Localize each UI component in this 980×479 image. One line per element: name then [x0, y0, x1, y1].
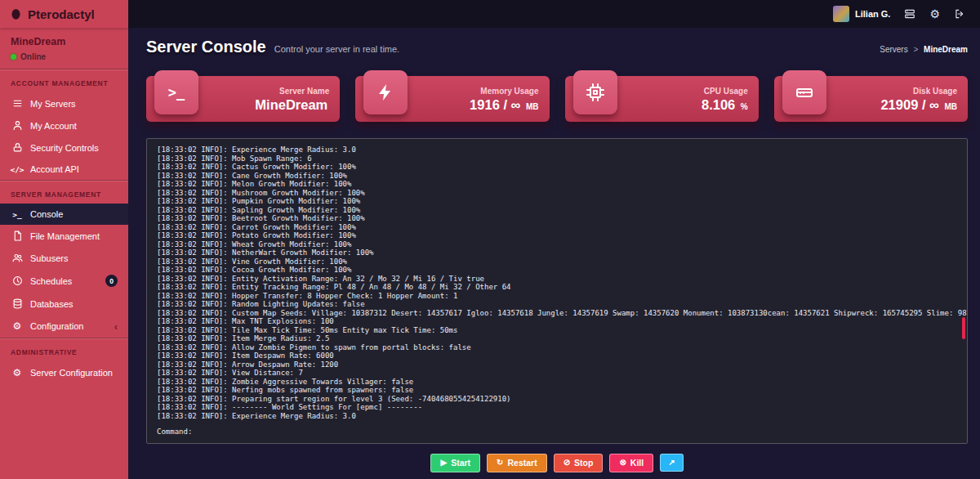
- gear-icon: ⚙: [11, 367, 24, 378]
- start-button[interactable]: ▶ Start: [430, 454, 480, 472]
- console-line: [18:33:02 INFO]: Max TNT Explosions: 100: [157, 317, 957, 326]
- console-line: [18:33:02 INFO]: Carrot Growth Modifier:…: [157, 223, 957, 232]
- sidebar-item-account-api[interactable]: </> Account API: [0, 159, 128, 180]
- sidebar-item-server-configuration[interactable]: ⚙ Server Configuration: [0, 361, 128, 384]
- console-line: [18:33:02 INFO]: Item Merge Radius: 2.5: [157, 334, 957, 343]
- file-icon: [11, 231, 24, 241]
- power-actions: ▶ Start ↻ Restart ⊘ Stop ⊗ Kill ↗: [146, 454, 968, 472]
- console-line: [18:33:02 INFO]: Preparing start region …: [157, 395, 957, 404]
- console-line: [18:33:02 INFO]: Mob Spawn Range: 6: [157, 154, 957, 163]
- page-content: Server Console Control your server in re…: [128, 28, 980, 479]
- server-info: MineDream Online: [0, 28, 128, 69]
- server-status: Online: [11, 52, 118, 61]
- section-title-administrative: ADMINISTRATIVE: [0, 338, 128, 361]
- bolt-icon: [363, 70, 408, 114]
- stat-card-cpu: CPU Usage 8.106 %: [565, 76, 759, 122]
- stat-label: CPU Usage: [617, 87, 748, 96]
- server-list-icon[interactable]: [904, 8, 915, 20]
- kill-icon: ⊗: [619, 458, 626, 468]
- console-line: [18:33:02 INFO]: Allow Zombie Pigmen to …: [157, 343, 957, 352]
- terminal-icon: >_: [154, 70, 198, 114]
- sidebar-item-file-management[interactable]: File Management: [0, 225, 128, 247]
- sidebar-item-my-servers[interactable]: My Servers: [0, 92, 128, 114]
- console-line: [18:33:02 INFO]: NetherWart Growth Modif…: [157, 248, 957, 257]
- brand[interactable]: Pterodactyl: [0, 0, 128, 28]
- online-status-icon: [11, 54, 16, 60]
- breadcrumb-current: MineDream: [924, 45, 968, 54]
- sidebar-item-label: Account API: [30, 164, 79, 174]
- console-line: [18:33:02 INFO]: Beetroot Growth Modifie…: [157, 214, 957, 223]
- sidebar-item-label: Schedules: [30, 276, 72, 286]
- section-title-account-management: ACCOUNT MANAGEMENT: [0, 69, 128, 92]
- gears-icon: ⚙: [11, 320, 24, 332]
- stat-value: 8.106 %: [617, 98, 748, 112]
- database-icon: [11, 298, 24, 309]
- sidebar-item-security-controls[interactable]: Security Controls: [0, 137, 128, 159]
- terminal-icon: >_: [11, 210, 24, 219]
- breadcrumb-servers-link[interactable]: Servers: [880, 45, 907, 54]
- page-header: Server Console Control your server in re…: [146, 38, 968, 56]
- restart-button[interactable]: ↻ Restart: [487, 454, 547, 472]
- console-line: [18:33:02 INFO]: Random Lighting Updates…: [157, 300, 957, 309]
- sidebar-item-configuration[interactable]: ⚙ Configuration ‹: [0, 315, 128, 338]
- breadcrumb-separator-icon: >: [913, 45, 918, 54]
- admin-cogs-icon[interactable]: ⚙: [929, 7, 940, 20]
- console-line: [18:33:02 INFO]: Potato Growth Modifier:…: [157, 231, 957, 240]
- console-line: [18:33:02 INFO]: Entity Activation Range…: [157, 275, 957, 284]
- clock-icon: [11, 275, 24, 286]
- lock-icon: [11, 142, 24, 153]
- sidebar-item-schedules[interactable]: Schedules 0: [0, 269, 128, 293]
- console-line: [18:33:02 INFO]: Wheat Growth Modifier: …: [157, 240, 957, 249]
- avatar: [833, 6, 849, 22]
- console-line: [18:33:02 INFO]: Item Despawn Rate: 6000: [157, 351, 957, 360]
- console-line: [18:33:02 INFO]: Vine Growth Modifier: 1…: [157, 257, 957, 266]
- kill-button[interactable]: ⊗ Kill: [609, 454, 653, 472]
- console-line: [18:33:02 INFO]: Zombie Aggressive Towar…: [157, 378, 957, 387]
- console-line: [18:33:02 INFO]: Custom Map Seeds: Villa…: [157, 309, 957, 318]
- stat-value: MineDream: [198, 98, 329, 112]
- topbar: Lilian G. ⚙: [128, 0, 980, 28]
- sign-out-icon[interactable]: [954, 8, 965, 20]
- console-line: [18:33:02 INFO]: Experience Merge Radius…: [157, 412, 957, 421]
- user-icon: [11, 120, 24, 131]
- console-line: [18:33:02 INFO]: Cactus Growth Modifier:…: [157, 163, 957, 172]
- sidebar-item-label: Server Configuration: [30, 368, 113, 378]
- sidebar-item-label: Databases: [30, 299, 74, 309]
- sidebar-item-console[interactable]: >_ Console: [0, 204, 128, 225]
- console-line: [18:33:02 INFO]: Cocoa Growth Modifier: …: [157, 266, 957, 275]
- app-window: Pterodactyl MineDream Online ACCOUNT MAN…: [0, 0, 980, 479]
- stat-card-disk: Disk Usage 21909 / ∞ MB: [774, 76, 968, 122]
- stat-card-server-name: >_ Server Name MineDream: [146, 76, 340, 122]
- user-menu[interactable]: Lilian G.: [833, 6, 890, 22]
- section-title-server-management: SERVER MANAGEMENT: [0, 181, 128, 204]
- console-line: [18:33:02 INFO]: Tile Max Tick Time: 50m…: [157, 326, 957, 335]
- console-prompt-row: Command:: [157, 428, 957, 436]
- stat-value: 1916 / ∞ MB: [408, 98, 538, 112]
- sidebar-item-subusers[interactable]: Subusers: [0, 247, 128, 269]
- sidebar-item-databases[interactable]: Databases: [0, 293, 128, 315]
- stop-icon: ⊘: [564, 458, 570, 468]
- console-line: [18:33:02 INFO]: Melon Growth Modifier: …: [157, 180, 957, 189]
- breadcrumb: Servers > MineDream: [880, 45, 968, 54]
- console-line: [18:33:02 INFO]: Hopper Transfer: 8 Hopp…: [157, 292, 957, 301]
- stop-button[interactable]: ⊘ Stop: [554, 454, 604, 472]
- console-line: [18:33:02 INFO]: Arrow Despawn Rate: 120…: [157, 360, 957, 369]
- sidebar-item-label: My Servers: [30, 99, 76, 109]
- server-console[interactable]: [18:33:02 INFO]: Experience Merge Radius…: [146, 138, 968, 444]
- sidebar-item-my-account[interactable]: My Account: [0, 114, 128, 137]
- disk-icon: [782, 70, 826, 114]
- stat-value: 21909 / ∞ MB: [826, 98, 957, 112]
- current-server-name: MineDream: [11, 36, 118, 47]
- stat-label: Server Name: [198, 87, 329, 96]
- play-icon: ▶: [440, 458, 447, 468]
- sidebar-item-label: Configuration: [30, 321, 83, 331]
- external-console-button[interactable]: ↗: [660, 454, 683, 472]
- console-line: [18:33:02 INFO]: Experience Merge Radius…: [157, 145, 957, 154]
- sidebar-item-label: Security Controls: [30, 143, 99, 153]
- user-name: Lilian G.: [855, 9, 890, 19]
- console-scrollbar-thumb[interactable]: [962, 317, 965, 339]
- command-input[interactable]: [197, 428, 957, 436]
- console-line: [18:33:02 INFO]: Pumpkin Growth Modifier…: [157, 197, 957, 206]
- brand-title: Pterodactyl: [28, 7, 95, 21]
- stat-label: Disk Usage: [826, 87, 957, 96]
